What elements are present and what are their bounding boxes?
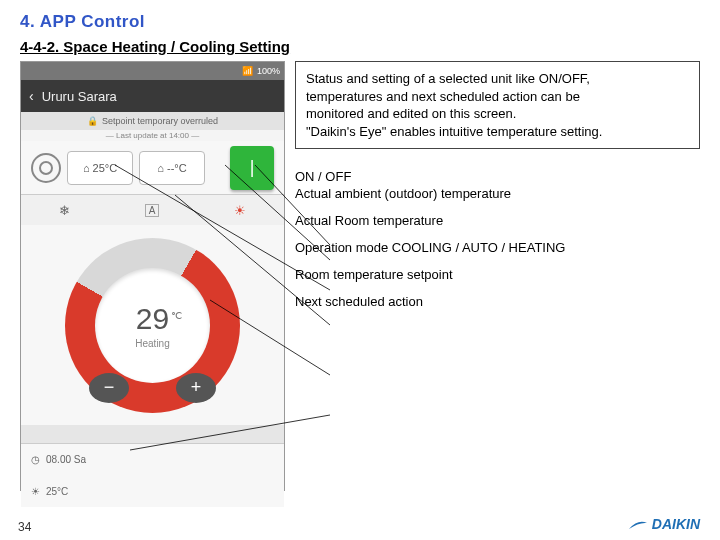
dial-area: 29 ℃ Heating − + (21, 225, 284, 425)
annot-outdoor: Actual ambient (outdoor) temperature (295, 186, 511, 201)
home-icon: ⌂ (157, 162, 164, 174)
android-statusbar: 📶 100% (21, 62, 284, 80)
app-bar: ‹ Ururu Sarara (21, 80, 284, 112)
annotations: ON / OFF Actual ambient (outdoor) temper… (295, 169, 700, 310)
heat-mode-icon[interactable]: ☀ (234, 203, 246, 218)
swoosh-icon (628, 517, 648, 531)
signal-icon: 📶 (242, 66, 253, 76)
outdoor-temp-box[interactable]: ⌂ --°C (139, 151, 205, 185)
plus-button[interactable]: + (176, 373, 216, 403)
room-temp-box[interactable]: ⌂ 25°C (67, 151, 133, 185)
annot-room: Actual Room temperature (295, 213, 700, 230)
slide-subtitle: 4-4-2. Space Heating / Cooling Setting (20, 38, 700, 55)
power-button[interactable]: | (230, 146, 274, 190)
power-icon: | (250, 157, 255, 178)
auto-mode-icon[interactable]: A (145, 204, 160, 217)
sched-time: 08.00 Sa (46, 454, 86, 465)
battery-label: 100% (257, 66, 280, 76)
sched-temp: 25°C (46, 486, 68, 497)
dial-unit: ℃ (171, 310, 182, 321)
home-icon: ⌂ (83, 162, 90, 174)
clock-icon: ◷ (31, 454, 40, 465)
annot-sched: Next scheduled action (295, 294, 700, 311)
annot-mode: Operation mode COOLING / AUTO / HEATING (295, 240, 700, 257)
schedule-row[interactable]: ◷ 08.00 Sa (21, 443, 284, 475)
minus-button[interactable]: − (89, 373, 129, 403)
page-number: 34 (18, 520, 31, 534)
last-update: — Last update at 14:00 — (21, 130, 284, 141)
temperature-dial[interactable]: 29 ℃ Heating − + (65, 238, 240, 413)
slide-title: 4. APP Control (20, 12, 700, 32)
description-box: Status and setting of a selected unit li… (295, 61, 700, 149)
sun-icon: ☀ (31, 486, 40, 497)
override-banner: 🔒 Setpoint temporary overruled (21, 112, 284, 130)
back-icon[interactable]: ‹ (29, 88, 34, 104)
brand-logo: DAIKIN (628, 516, 700, 532)
status-row: ⌂ 25°C ⌂ --°C | (21, 141, 284, 195)
power-ring-icon (31, 153, 61, 183)
app-title: Ururu Sarara (42, 89, 117, 104)
mode-bar: ❄ A ☀ (21, 195, 284, 225)
annot-onoff: ON / OFF (295, 169, 351, 184)
phone-screenshot: 📶 100% ‹ Ururu Sarara 🔒 Setpoint tempora… (20, 61, 285, 491)
schedule-temp-row[interactable]: ☀ 25°C (21, 475, 284, 507)
cool-mode-icon[interactable]: ❄ (59, 203, 70, 218)
annot-setpoint: Room temperature setpoint (295, 267, 700, 284)
dial-mode-label: Heating (135, 338, 169, 349)
lock-icon: 🔒 (87, 116, 98, 126)
dial-temperature: 29 (136, 302, 169, 336)
